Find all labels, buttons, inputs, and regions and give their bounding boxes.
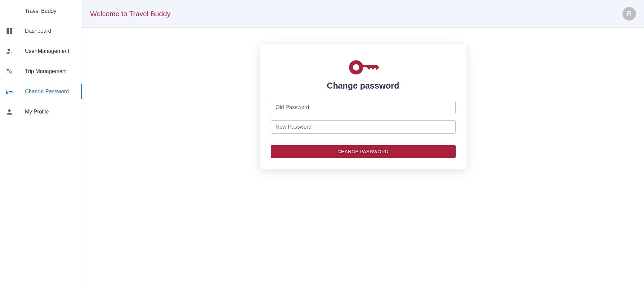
- sidebar-item-user-management[interactable]: User Management: [0, 41, 82, 61]
- list-search-icon: [5, 67, 13, 75]
- sidebar-item-label: Change Password: [25, 89, 69, 95]
- new-password-input[interactable]: [271, 120, 456, 134]
- user-gear-icon: [5, 47, 13, 55]
- change-password-card: Change password CHANGE PASSWORD: [260, 44, 466, 169]
- brand-title: Travel Buddy: [0, 0, 82, 21]
- sidebar-item-label: Dashboard: [25, 28, 51, 34]
- main-area: Welcome to Travel Buddy R Change passwor…: [82, 0, 644, 290]
- sidebar-item-label: Trip Management: [25, 68, 67, 74]
- page-title: Welcome to Travel Buddy: [90, 10, 171, 18]
- sidebar-item-my-profile[interactable]: My Profile: [0, 102, 82, 122]
- sidebar: Travel Buddy Dashboard User Management T…: [0, 0, 82, 290]
- person-icon: [5, 108, 13, 116]
- change-password-button[interactable]: CHANGE PASSWORD: [271, 145, 456, 158]
- sidebar-item-label: My Profile: [25, 109, 49, 115]
- card-title: Change password: [271, 81, 456, 91]
- key-icon: [5, 88, 13, 96]
- avatar[interactable]: R: [622, 7, 636, 21]
- old-password-input[interactable]: [271, 101, 456, 114]
- topbar: Welcome to Travel Buddy R: [82, 0, 644, 28]
- svg-point-1: [353, 64, 359, 70]
- sidebar-item-label: User Management: [25, 48, 69, 54]
- dashboard-icon: [5, 27, 13, 35]
- sidebar-item-trip-management[interactable]: Trip Management: [0, 61, 82, 82]
- sidebar-item-dashboard[interactable]: Dashboard: [0, 21, 82, 41]
- content: Change password CHANGE PASSWORD: [82, 28, 644, 290]
- key-large-icon: [271, 57, 456, 77]
- sidebar-item-change-password[interactable]: Change Password: [0, 82, 82, 102]
